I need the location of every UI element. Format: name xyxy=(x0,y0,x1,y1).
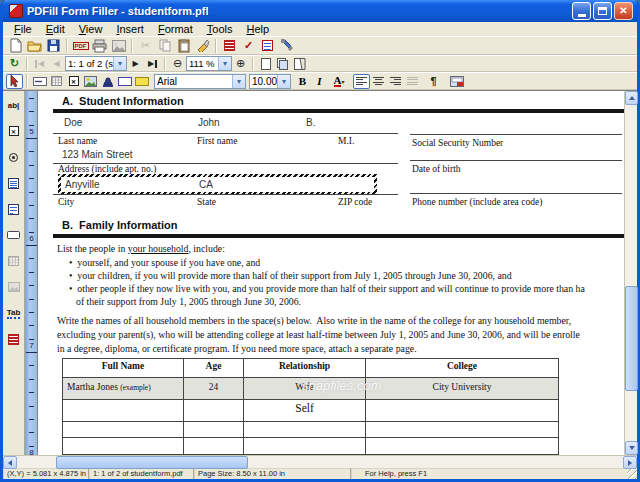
image-field-icon[interactable] xyxy=(82,74,99,89)
mi-label: M.I. xyxy=(338,136,354,146)
paste-icon[interactable] xyxy=(174,37,193,54)
minimize-button[interactable] xyxy=(572,2,591,20)
scroll-left-icon[interactable] xyxy=(3,456,17,469)
text-field-tool[interactable]: ab| xyxy=(4,96,23,114)
zoom-in-icon[interactable]: ⊕ xyxy=(232,56,249,71)
vertical-scrollbar[interactable] xyxy=(624,91,637,455)
chevron-down-icon: ▾ xyxy=(232,75,245,88)
listbox-tool[interactable] xyxy=(4,174,23,192)
next-page-icon[interactable]: ▶ xyxy=(127,56,144,71)
state-field[interactable]: CA xyxy=(199,179,213,190)
app-icon xyxy=(9,4,23,18)
scroll-up-icon[interactable] xyxy=(625,91,638,105)
city-label: City xyxy=(58,197,74,207)
tab-order-tool[interactable]: Tab xyxy=(4,304,23,322)
align-justify-icon[interactable] xyxy=(404,74,421,89)
last-page-icon[interactable]: ▶ xyxy=(144,56,161,71)
horizontal-scrollbar[interactable] xyxy=(3,455,637,468)
scroll-down-icon[interactable] xyxy=(625,441,638,455)
export-image-icon[interactable] xyxy=(109,37,128,54)
form-options-icon[interactable] xyxy=(258,37,277,54)
chevron-down-icon: ▾ xyxy=(218,57,231,70)
font-family-combo[interactable]: Arial ▾ xyxy=(154,74,246,89)
checkbox-field-icon[interactable]: ✕ xyxy=(65,74,82,89)
barcode-icon[interactable] xyxy=(220,37,239,54)
menu-view[interactable]: View xyxy=(72,23,110,35)
help-hint: For Help, press F1 xyxy=(351,468,627,479)
address-field[interactable]: 123 Main Street xyxy=(62,149,133,160)
first-name-field[interactable]: John xyxy=(198,117,220,128)
page-select-combo[interactable]: 1: 1 of 2 (studer ▾ xyxy=(65,56,127,71)
pilcrow-icon[interactable]: ¶ xyxy=(425,74,442,89)
tools-icon[interactable] xyxy=(277,37,296,54)
checkbox-tool[interactable]: ✕ xyxy=(4,122,23,140)
zoom-out-icon[interactable]: ⊖ xyxy=(169,56,186,71)
horizontal-scroll-thumb[interactable] xyxy=(56,456,248,469)
menu-edit[interactable]: Edit xyxy=(39,23,72,35)
single-page-view-icon[interactable] xyxy=(257,56,274,71)
age-field-empty[interactable] xyxy=(184,400,244,421)
format-painter-icon[interactable] xyxy=(193,37,212,54)
city-field[interactable]: Anyville xyxy=(65,179,99,190)
menu-help[interactable]: Help xyxy=(239,23,276,35)
barcode-field-tool[interactable] xyxy=(4,330,23,348)
stamp-icon[interactable] xyxy=(99,74,116,89)
close-button[interactable]: ✕ xyxy=(614,2,633,20)
continuous-view-icon[interactable] xyxy=(274,56,291,71)
page-info: 1: 1 of 2 of studentform.pdf xyxy=(89,468,194,479)
tool-palette: ab| ✕ Tab xyxy=(3,91,25,455)
status-bar: (X,Y) = 5.081 x 4.875 in 1: 1 of 2 of st… xyxy=(3,468,637,479)
font-size-combo[interactable]: 10.00 ▾ xyxy=(249,74,291,89)
yellow-highlight-icon[interactable] xyxy=(133,74,150,89)
selected-field-highlight[interactable]: Anyville CA xyxy=(58,174,377,195)
name-field-empty[interactable] xyxy=(63,400,184,421)
align-right-icon[interactable] xyxy=(387,74,404,89)
address-label: Address (include apt. no.) xyxy=(58,164,156,174)
menu-format[interactable]: Format xyxy=(151,23,200,35)
resize-grip[interactable] xyxy=(627,468,637,479)
middle-initial-field[interactable]: B. xyxy=(306,117,315,128)
last-name-field[interactable]: Doe xyxy=(64,117,82,128)
align-left-icon[interactable] xyxy=(353,74,370,89)
menu-file[interactable]: File xyxy=(7,23,39,35)
save-icon[interactable] xyxy=(44,37,63,54)
new-icon[interactable] xyxy=(6,37,25,54)
menu-insert[interactable]: Insert xyxy=(109,23,151,35)
zoom-level-combo[interactable]: 111 % ▾ xyxy=(186,56,232,71)
spellcheck-icon[interactable]: ✓ xyxy=(239,37,258,54)
menu-tools[interactable]: Tools xyxy=(200,23,240,35)
font-color-icon[interactable]: A▾ xyxy=(328,74,350,89)
vertical-scroll-thumb[interactable] xyxy=(625,286,638,391)
table-row xyxy=(63,438,558,454)
copy-icon[interactable] xyxy=(155,37,174,54)
facing-pages-view-icon[interactable] xyxy=(291,56,308,71)
maximize-button[interactable] xyxy=(593,2,612,20)
refresh-icon[interactable]: ↻ xyxy=(6,56,23,71)
italic-icon[interactable]: I xyxy=(311,74,328,89)
table-grid-icon[interactable] xyxy=(48,74,65,89)
image-tool[interactable] xyxy=(4,278,23,296)
combobox-tool[interactable] xyxy=(4,200,23,218)
white-highlight-icon[interactable] xyxy=(116,74,133,89)
open-icon[interactable] xyxy=(25,37,44,54)
align-center-icon[interactable] xyxy=(370,74,387,89)
college-field-empty[interactable] xyxy=(366,400,558,421)
pushbutton-tool[interactable] xyxy=(4,226,23,244)
field-properties-icon[interactable] xyxy=(448,74,465,89)
text-field-icon[interactable] xyxy=(31,74,48,89)
cut-icon[interactable]: ✂ xyxy=(136,37,155,54)
section-b-rule xyxy=(53,234,624,238)
first-page-icon[interactable]: ◀ xyxy=(31,56,48,71)
radio-button-tool[interactable] xyxy=(4,148,23,166)
grid-tool[interactable] xyxy=(4,252,23,270)
relationship-field[interactable]: Self xyxy=(244,400,366,421)
watermark: snapfiles.com xyxy=(302,378,381,393)
bold-icon[interactable]: B xyxy=(294,74,311,89)
previous-page-icon[interactable]: ◀ xyxy=(48,56,65,71)
select-tool-icon[interactable] xyxy=(6,74,23,89)
scroll-right-icon[interactable] xyxy=(623,456,637,469)
paragraph-line: Write the names of all household members… xyxy=(57,315,571,326)
pdf-export-icon[interactable]: PDF xyxy=(71,37,90,54)
print-icon[interactable] xyxy=(90,37,109,54)
section-b-title: B. Family Information xyxy=(62,219,178,231)
